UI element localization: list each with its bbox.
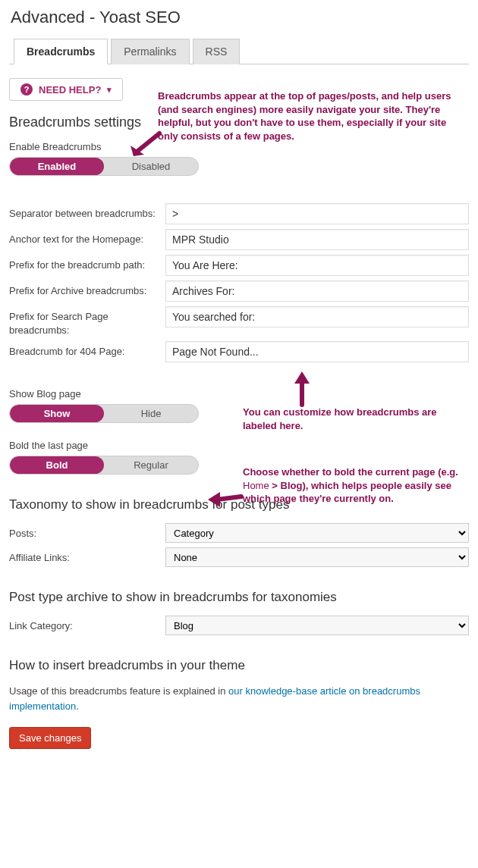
link-category-select[interactable]: Blog [165,616,469,635]
page-title: Advanced - Yoast SEO [11,8,469,27]
separator-input[interactable] [165,203,469,224]
bold-last-off[interactable]: Regular [104,456,198,474]
annotation-top: Breadcrumbs appear at the top of pages/p… [158,89,465,143]
tab-breadcrumbs[interactable]: Breadcrumbs [14,39,108,64]
need-help-button[interactable]: ? NEED HELP? ▾ [9,78,123,101]
enable-on[interactable]: Enabled [10,158,104,175]
enable-off[interactable]: Disabled [104,158,198,175]
prefix-path-label: Prefix for the breadcrumb path: [9,255,159,272]
show-blog-off[interactable]: Hide [104,405,198,422]
page-404-label: Breadcrumb for 404 Page: [9,341,159,359]
link-category-label: Link Category: [9,616,159,633]
tab-rss[interactable]: RSS [193,39,241,64]
separator-label: Separator between breadcrumbs: [9,203,159,221]
prefix-path-input[interactable] [165,255,469,276]
tab-bar: Breadcrumbs Permalinks RSS [9,38,469,64]
tab-permalinks[interactable]: Permalinks [111,39,189,64]
affiliate-select[interactable]: None [165,547,469,567]
page-404-input[interactable] [165,341,469,362]
anchor-label: Anchor text for the Homepage: [9,229,159,246]
show-blog-toggle[interactable]: Show Hide [9,404,199,423]
bold-last-toggle[interactable]: Bold Regular [9,456,199,475]
prefix-archive-input[interactable] [165,280,469,302]
enable-toggle[interactable]: Enabled Disabled [9,157,199,176]
archive-heading: Post type archive to show in breadcrumbs… [9,590,469,605]
posts-select[interactable]: Category [165,523,469,543]
insert-text: Usage of this breadcrumbs feature is exp… [9,684,469,713]
insert-heading: How to insert breadcrumbs in your theme [9,658,469,673]
save-button[interactable]: Save changes [9,727,91,749]
show-blog-label: Show Blog page [9,388,469,400]
need-help-label: NEED HELP? [39,84,101,96]
affiliate-label: Affiliate Links: [9,547,159,565]
prefix-search-input[interactable] [165,306,469,327]
anchor-input[interactable] [165,229,469,250]
posts-label: Posts: [9,523,159,541]
chevron-down-icon: ▾ [107,85,112,95]
bold-last-on[interactable]: Bold [10,456,104,474]
prefix-archive-label: Prefix for Archive breadcrumbs: [9,280,159,298]
enable-label: Enable Breadcrumbs [9,141,469,152]
prefix-search-label: Prefix for Search Page breadcrumbs: [9,306,159,337]
question-icon: ? [20,83,33,96]
show-blog-on[interactable]: Show [10,405,104,422]
annotation-bold: Choose whether to bold the current page … [243,465,470,506]
bold-last-label: Bold the last page [9,440,469,451]
annotation-labels: You can customize how breadcrumbs are la… [243,406,470,432]
